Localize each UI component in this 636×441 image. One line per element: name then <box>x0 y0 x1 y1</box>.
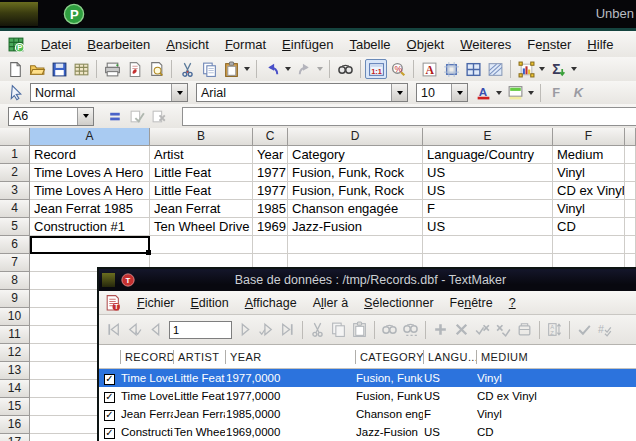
cell-partial-3[interactable] <box>625 182 636 200</box>
menu-item-fichier[interactable]: Fichier <box>129 293 183 313</box>
menu-item-format[interactable]: Format <box>217 33 274 56</box>
menu-item-weiteres[interactable]: Weiteres <box>452 33 519 56</box>
bold-icon[interactable]: F <box>545 83 567 103</box>
save-workbook-icon[interactable] <box>70 59 92 79</box>
cell-C4[interactable]: 1985 <box>253 200 288 218</box>
undo-dropdown-icon[interactable] <box>283 59 293 79</box>
menu-item-s-lectionner[interactable]: Sélectionner <box>356 293 442 313</box>
record-checkbox[interactable]: ✓ <box>104 392 115 403</box>
cell-E1[interactable]: Language/Country <box>423 146 553 164</box>
menu-item-objekt[interactable]: Objekt <box>399 33 453 56</box>
font-color-icon[interactable]: A <box>472 83 494 103</box>
export-pdf-icon[interactable] <box>123 59 145 79</box>
grid-corner-cell[interactable] <box>0 128 30 146</box>
db-cell[interactable]: Time Loves <box>120 369 173 387</box>
row-header-8[interactable]: 8 <box>0 272 30 290</box>
print-icon[interactable] <box>101 59 123 79</box>
db-column-header-record[interactable]: RECORD <box>120 350 173 364</box>
row-header-6[interactable]: 6 <box>0 236 30 254</box>
cell-B2[interactable]: Little Feat <box>150 164 253 182</box>
cell-borders-icon[interactable] <box>462 59 484 79</box>
menu-item-aller-[interactable]: Aller à <box>305 293 356 313</box>
planmaker-document-icon[interactable]: P <box>8 36 25 53</box>
cell-F5[interactable]: CD <box>553 218 625 236</box>
cell-D4[interactable]: Chanson engagée <box>288 200 423 218</box>
row-header-15[interactable]: 15 <box>0 398 30 416</box>
cell-A5[interactable]: Construction #1 <box>30 218 150 236</box>
db-cell[interactable]: 1985,0000 <box>225 405 355 423</box>
db-cell[interactable]: Jazz-Fusion <box>355 423 423 441</box>
db-cell[interactable]: US <box>423 387 476 405</box>
db-cell[interactable]: CD <box>476 423 636 441</box>
chevron-down-icon[interactable] <box>391 84 407 101</box>
row-header-9[interactable]: 9 <box>0 290 30 308</box>
insert-chart-dropdown-icon[interactable] <box>537 59 547 79</box>
row-header-10[interactable]: 10 <box>0 308 30 326</box>
cell-partial-5[interactable] <box>625 218 636 236</box>
edit-formula-icon[interactable] <box>104 106 126 126</box>
db-cell[interactable]: Constructic <box>120 423 173 441</box>
cell-E6[interactable] <box>423 236 553 254</box>
cell-partial-4[interactable] <box>625 200 636 218</box>
menu-item-tabelle[interactable]: Tabelle <box>341 33 398 56</box>
cell-E3[interactable]: US <box>423 182 553 200</box>
cell-D2[interactable]: Fusion, Funk, Rock <box>288 164 423 182</box>
db-cell[interactable]: CD ex Vinyl <box>476 387 636 405</box>
cell-C5[interactable]: 1969 <box>253 218 288 236</box>
menu-item-fen-tre[interactable]: Fenêtre <box>442 293 501 313</box>
zoom-original-icon[interactable]: 1:1 <box>365 59 387 79</box>
db-cell[interactable]: Little Feat <box>173 387 225 405</box>
db-cell[interactable]: 1977,0000 <box>225 387 355 405</box>
row-header-13[interactable]: 13 <box>0 362 30 380</box>
db-record-row-4[interactable]: ✓ConstructicTen Wheel1969,0000Jazz-Fusio… <box>99 423 636 441</box>
db-cell[interactable]: 1969,0000 <box>225 423 355 441</box>
formula-input[interactable] <box>182 107 636 126</box>
font-color-dropdown-icon[interactable] <box>494 83 504 103</box>
print-preview-icon[interactable] <box>145 59 167 79</box>
db-cell[interactable]: 1977,0000 <box>225 369 355 387</box>
column-header-b[interactable]: B <box>150 128 253 146</box>
window-manager-icon[interactable] <box>0 2 38 27</box>
db-cell[interactable]: Little Feat <box>173 369 225 387</box>
db-record-row-1[interactable]: ✓Time LovesLittle Feat1977,0000Fusion, F… <box>99 369 636 387</box>
frame-icon[interactable] <box>440 59 462 79</box>
highlight-color-dropdown-icon[interactable] <box>526 83 536 103</box>
db-cell[interactable]: Chanson eng <box>355 405 423 423</box>
cell-E2[interactable]: US <box>423 164 553 182</box>
font-combo[interactable]: Arial <box>196 83 408 102</box>
db-cell[interactable]: Fusion, Funk <box>355 387 423 405</box>
character-format-icon[interactable]: A <box>418 59 440 79</box>
db-column-header-category[interactable]: CATEGORY <box>355 350 423 364</box>
db-cell[interactable]: Jean Ferra <box>173 405 225 423</box>
open-file-icon[interactable] <box>26 59 48 79</box>
db-cell[interactable]: Time Loves <box>120 387 173 405</box>
undo-icon[interactable] <box>261 59 283 79</box>
cell-shading-icon[interactable] <box>484 59 506 79</box>
paste-dropdown-icon[interactable] <box>242 59 252 79</box>
row-header-14[interactable]: 14 <box>0 380 30 398</box>
row-header-11[interactable]: 11 <box>0 326 30 344</box>
record-checkbox[interactable]: ✓ <box>104 410 115 421</box>
main-titlebar[interactable]: P Unben <box>0 0 636 28</box>
save-icon[interactable] <box>48 59 70 79</box>
db-column-header-medium[interactable]: MEDIUM <box>476 350 636 364</box>
menu-item-hilfe[interactable]: Hilfe <box>579 33 621 56</box>
db-column-header-year[interactable]: YEAR <box>225 350 355 364</box>
redo-dropdown-icon[interactable] <box>315 59 325 79</box>
menu-item-?[interactable]: ? <box>501 293 524 313</box>
menu-item-datei[interactable]: Datei <box>33 33 79 56</box>
cell-C3[interactable]: 1977 <box>253 182 288 200</box>
db-cell[interactable]: US <box>423 423 476 441</box>
cell-D3[interactable]: Fusion, Funk, Rock <box>288 182 423 200</box>
db-record-row-3[interactable]: ✓Jean FerraJean Ferra1985,0000Chanson en… <box>99 405 636 423</box>
cell-A1[interactable]: Record <box>30 146 150 164</box>
row-header-2[interactable]: 2 <box>0 164 30 182</box>
find-icon[interactable] <box>334 59 356 79</box>
chevron-down-icon[interactable] <box>77 108 93 125</box>
cell-B5[interactable]: Ten Wheel Drive <box>150 218 253 236</box>
column-header-a[interactable]: A <box>30 128 150 146</box>
pointer-icon[interactable] <box>4 83 26 103</box>
db-cell[interactable]: Ten Wheel <box>173 423 225 441</box>
row-header-12[interactable]: 12 <box>0 344 30 362</box>
zoom-icon[interactable]: % <box>387 59 409 79</box>
